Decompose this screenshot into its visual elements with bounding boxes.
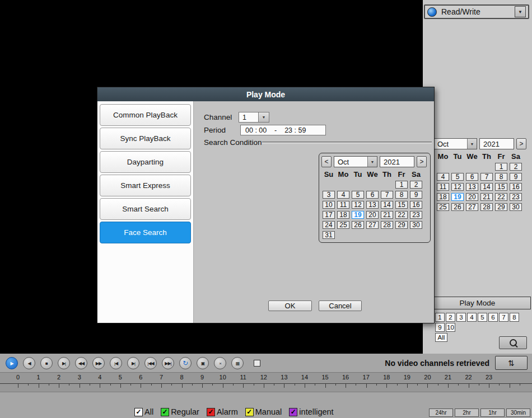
calendar-date[interactable]: 22: [395, 211, 408, 219]
chevron-down-icon[interactable]: ▼: [259, 112, 269, 123]
calendar-date[interactable]: 23: [410, 211, 422, 219]
calendar-date[interactable]: 14: [381, 201, 393, 209]
calendar-date[interactable]: 29: [495, 203, 507, 211]
dialog-nav-common-playback[interactable]: Common PlayBack: [100, 104, 191, 126]
calendar-date[interactable]: 12: [451, 183, 464, 191]
channel-button-10[interactable]: 10: [446, 323, 455, 332]
channel-button-1[interactable]: 1: [435, 313, 445, 322]
calendar-date[interactable]: 16: [410, 201, 422, 209]
calendar-date[interactable]: 26: [451, 203, 464, 211]
calendar-date[interactable]: 28: [381, 221, 393, 229]
dialog-nav-sync-playback[interactable]: Sync PlayBack: [100, 128, 191, 149]
range-button-1hr[interactable]: 1hr: [480, 408, 505, 417]
stop-button[interactable]: ■: [40, 357, 53, 369]
channel-button-7[interactable]: 7: [499, 313, 508, 322]
prev-frame-button[interactable]: |◀: [110, 357, 122, 369]
calendar-date[interactable]: 4: [337, 191, 349, 199]
calendar-date[interactable]: 31: [323, 231, 335, 239]
checkbox-alarm[interactable]: ✓: [207, 408, 215, 416]
calendar-date[interactable]: 19: [451, 193, 464, 201]
calendar-date[interactable]: 13: [366, 201, 379, 209]
channel-button-8[interactable]: 8: [510, 313, 519, 322]
timeline[interactable]: 01234567891011121314151617181920212223: [0, 372, 532, 392]
close-button[interactable]: ×: [214, 357, 226, 369]
calendar-date[interactable]: 24: [323, 221, 335, 229]
calendar-date[interactable]: 9: [410, 191, 422, 199]
calendar-date[interactable]: 8: [495, 173, 507, 181]
dialog-nav-dayparting[interactable]: Dayparting: [100, 151, 191, 173]
calendar-date[interactable]: 28: [480, 203, 493, 211]
calendar-date[interactable]: 13: [466, 183, 478, 191]
calendar-date[interactable]: 16: [510, 183, 522, 191]
calendar-prev-button[interactable]: <: [321, 156, 332, 167]
calendar-date[interactable]: 5: [451, 173, 464, 181]
calendar-date[interactable]: 21: [381, 211, 393, 219]
calendar-date[interactable]: 11: [437, 183, 449, 191]
range-button-24hr[interactable]: 24hr: [429, 408, 453, 417]
calendar-date[interactable]: 30: [510, 203, 522, 211]
dialog-nav-face-search[interactable]: Face Search: [100, 222, 191, 243]
channel-button-5[interactable]: 5: [478, 313, 487, 322]
chevron-down-icon[interactable]: ▼: [467, 139, 477, 149]
calendar-date[interactable]: 4: [437, 173, 449, 181]
calendar-date[interactable]: 17: [323, 211, 335, 219]
calendar-date[interactable]: 6: [466, 173, 478, 181]
legend-item-regular[interactable]: ✓Regular: [161, 407, 199, 416]
mini-checkbox[interactable]: [254, 360, 260, 367]
loop-button[interactable]: ↻: [179, 357, 192, 369]
calendar-date[interactable]: 9: [510, 173, 522, 181]
chevron-down-icon[interactable]: ▼: [515, 6, 526, 17]
range-button-30min[interactable]: 30min: [506, 408, 530, 417]
channel-all-button[interactable]: All: [435, 333, 447, 342]
calendar-date[interactable]: 18: [437, 193, 449, 201]
calendar-date[interactable]: 8: [395, 191, 408, 199]
cancel-button[interactable]: Cancel: [319, 300, 362, 311]
multi-screen-button[interactable]: ▣: [197, 357, 209, 369]
ok-button[interactable]: OK: [268, 300, 312, 311]
legend-item-all[interactable]: ✓All: [134, 407, 153, 416]
calendar-date[interactable]: 1: [395, 181, 408, 189]
read-write-dropdown[interactable]: Read/Write ▼: [424, 4, 529, 19]
calendar-date[interactable]: 27: [466, 203, 478, 211]
calendar-date[interactable]: 23: [510, 193, 522, 201]
calendar-date[interactable]: 15: [495, 183, 507, 191]
fast-forward-button[interactable]: ▶▶: [92, 357, 105, 369]
calendar-date[interactable]: 11: [337, 201, 349, 209]
play-button[interactable]: ▶: [6, 357, 18, 369]
rewind-button[interactable]: ◀◀: [75, 357, 87, 369]
channel-button-4[interactable]: 4: [467, 313, 477, 322]
dialog-nav-smart-express[interactable]: Smart Express: [100, 175, 191, 196]
calendar-date[interactable]: 29: [395, 221, 408, 229]
channel-button-3[interactable]: 3: [456, 313, 466, 322]
channel-search-button[interactable]: [499, 336, 527, 349]
calendar-date[interactable]: 20: [466, 193, 478, 201]
next-file-button[interactable]: ▶▶|: [162, 357, 174, 369]
range-button-2hr[interactable]: 2hr: [455, 408, 479, 417]
calendar-date[interactable]: 14: [480, 183, 493, 191]
calendar-date[interactable]: 12: [352, 201, 364, 209]
calendar-date[interactable]: 2: [510, 163, 522, 171]
channel-select[interactable]: 1 ▼: [239, 112, 269, 123]
calendar-date[interactable]: 6: [366, 191, 379, 199]
checkbox-manual[interactable]: ✓: [245, 408, 254, 416]
period-input[interactable]: 00 : 00 - 23 : 59: [240, 125, 326, 135]
calendar-date[interactable]: 3: [323, 191, 335, 199]
calendar-date[interactable]: 30: [410, 221, 422, 229]
calendar-date[interactable]: 25: [437, 203, 449, 211]
calendar-date[interactable]: 22: [495, 193, 507, 201]
legend-item-alarm[interactable]: ✓Alarm: [207, 407, 238, 416]
legend-item-manual[interactable]: ✓Manual: [245, 407, 282, 416]
calendar-date[interactable]: 10: [323, 201, 335, 209]
reverse-play-button[interactable]: ◀: [23, 357, 35, 369]
dialog-nav-smart-search[interactable]: Smart Search: [100, 198, 191, 220]
calendar-year-select[interactable]: 2021: [479, 138, 514, 149]
slow-play-button[interactable]: ▶|: [58, 357, 70, 369]
calendar-next-button[interactable]: >: [516, 138, 526, 149]
checkbox-all[interactable]: ✓: [134, 408, 143, 416]
calendar-date[interactable]: 15: [395, 201, 408, 209]
calendar-date[interactable]: 25: [337, 221, 349, 229]
calendar-date[interactable]: 1: [495, 163, 507, 171]
calendar-date[interactable]: 26: [352, 221, 364, 229]
channel-select-value[interactable]: 1: [239, 112, 259, 123]
calendar-date[interactable]: 19: [352, 211, 364, 219]
